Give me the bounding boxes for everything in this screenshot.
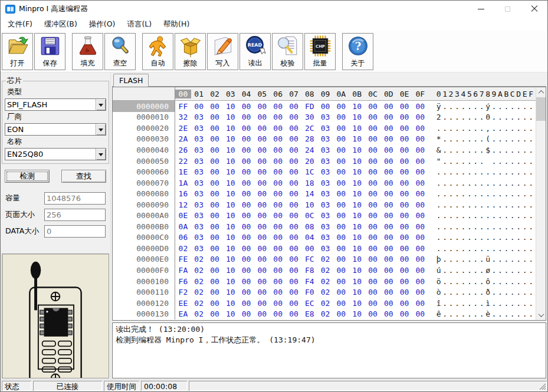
byte-cell[interactable]: 10 — [222, 233, 238, 242]
byte-cell[interactable]: E8 — [301, 309, 317, 318]
verify-button[interactable]: 校验 — [272, 33, 303, 70]
byte-cell[interactable]: 10 — [222, 146, 238, 154]
byte-cell[interactable]: 10 — [349, 299, 365, 308]
resize-grip-icon[interactable] — [539, 383, 546, 390]
byte-cell[interactable]: 10 — [349, 244, 365, 253]
byte-cell[interactable]: 00 — [365, 146, 381, 154]
byte-cell[interactable]: 00 — [333, 102, 349, 111]
ascii-cell[interactable]: ò.......ð....... — [437, 288, 535, 297]
byte-cell[interactable]: 00 — [207, 211, 223, 220]
byte-cell[interactable]: 10 — [222, 299, 238, 308]
byte-cell[interactable]: 00 — [286, 309, 302, 318]
ascii-cell[interactable]: î.......ì....... — [437, 299, 535, 308]
byte-cell[interactable]: 02 — [317, 299, 333, 308]
byte-cell[interactable]: 02 — [317, 309, 333, 318]
byte-cell[interactable]: 00 — [254, 244, 270, 253]
byte-cell[interactable]: 00 — [333, 113, 349, 121]
data-size-field[interactable]: 0 — [44, 225, 106, 238]
byte-cell[interactable]: 00 — [286, 277, 302, 286]
byte-cell[interactable]: 00 — [380, 211, 396, 220]
byte-cell[interactable]: 00 — [207, 277, 223, 286]
byte-cell[interactable]: 00 — [396, 244, 412, 253]
tab-flash[interactable]: FLASH — [113, 74, 149, 87]
byte-cell[interactable]: 00 — [207, 124, 223, 133]
byte-cell[interactable]: 00 — [254, 266, 270, 275]
byte-cell[interactable]: 00 — [270, 277, 286, 286]
byte-cell[interactable]: 02 — [191, 299, 207, 308]
byte-cell[interactable]: 00 — [412, 189, 428, 198]
byte-cell[interactable]: EC — [301, 299, 317, 308]
erase-button[interactable]: 擦除 — [175, 33, 206, 70]
scrollbar-track[interactable] — [536, 121, 546, 310]
byte-cell[interactable]: 00 — [365, 299, 381, 308]
scroll-down-button[interactable] — [536, 310, 546, 320]
byte-cell[interactable]: 00 — [286, 146, 302, 154]
about-button[interactable]: ?关于 — [342, 33, 373, 70]
byte-cell[interactable]: 00 — [365, 266, 381, 275]
byte-cell[interactable]: 00 — [254, 124, 270, 133]
byte-cell[interactable]: 00 — [238, 309, 254, 318]
byte-cell[interactable]: 00 — [254, 200, 270, 209]
byte-cell[interactable]: 00 — [270, 134, 286, 143]
byte-cell[interactable]: 10 — [222, 102, 238, 111]
close-button[interactable] — [521, 1, 547, 17]
capacity-field[interactable]: 1048576 — [44, 192, 106, 205]
byte-cell[interactable]: 03 — [317, 179, 333, 187]
byte-cell[interactable]: 00 — [333, 266, 349, 275]
byte-cell[interactable]: 00 — [333, 255, 349, 263]
byte-cell[interactable]: 00 — [333, 309, 349, 318]
byte-cell[interactable]: 00 — [254, 299, 270, 308]
byte-cell[interactable]: 10 — [349, 134, 365, 143]
byte-cell[interactable]: 00 — [380, 255, 396, 263]
byte-cell[interactable]: 10 — [222, 222, 238, 231]
byte-cell[interactable]: 00 — [254, 102, 270, 111]
minimize-button[interactable] — [468, 1, 494, 17]
byte-cell[interactable]: 00 — [380, 179, 396, 187]
byte-cell[interactable]: 00 — [396, 266, 412, 275]
byte-cell[interactable]: 00 — [238, 179, 254, 187]
byte-cell[interactable]: 10 — [349, 277, 365, 286]
byte-cell[interactable]: 03 — [191, 211, 207, 220]
byte-cell[interactable]: 00 — [333, 233, 349, 242]
byte-cell[interactable]: 2E — [175, 124, 191, 133]
byte-cell[interactable]: 00 — [286, 255, 302, 263]
byte-cell[interactable]: 00 — [412, 277, 428, 286]
byte-cell[interactable]: 00 — [380, 189, 396, 198]
byte-cell[interactable]: 00 — [238, 134, 254, 143]
open-button[interactable]: 打开 — [2, 33, 33, 70]
byte-cell[interactable]: 00 — [365, 211, 381, 220]
byte-cell[interactable]: 16 — [175, 189, 191, 198]
byte-cell[interactable]: 00 — [254, 189, 270, 198]
byte-cell[interactable]: 30 — [301, 113, 317, 121]
byte-cell[interactable]: 10 — [301, 200, 317, 209]
byte-cell[interactable]: 00 — [333, 167, 349, 176]
byte-cell[interactable]: 10 — [349, 309, 365, 318]
byte-cell[interactable]: 10 — [349, 113, 365, 121]
ascii-cell[interactable]: *.......(....... — [437, 134, 535, 143]
byte-cell[interactable]: 10 — [222, 124, 238, 133]
byte-cell[interactable]: 03 — [191, 189, 207, 198]
byte-cell[interactable]: 00 — [270, 113, 286, 121]
batch-button[interactable]: CHP批量 — [304, 33, 336, 70]
byte-cell[interactable]: 00 — [380, 222, 396, 231]
byte-cell[interactable]: 00 — [238, 124, 254, 133]
byte-cell[interactable]: 00 — [207, 200, 223, 209]
byte-cell[interactable]: 00 — [396, 200, 412, 209]
byte-cell[interactable]: F6 — [175, 277, 191, 286]
byte-cell[interactable]: 00 — [254, 113, 270, 121]
byte-cell[interactable]: 00 — [365, 255, 381, 263]
byte-cell[interactable]: 00 — [207, 113, 223, 121]
byte-cell[interactable]: 00 — [380, 113, 396, 121]
byte-cell[interactable]: 03 — [191, 124, 207, 133]
byte-cell[interactable]: 00 — [412, 167, 428, 176]
byte-cell[interactable]: 10 — [222, 309, 238, 318]
byte-cell[interactable]: 00 — [365, 244, 381, 253]
byte-cell[interactable]: 00 — [270, 200, 286, 209]
byte-cell[interactable]: 00 — [238, 146, 254, 154]
ascii-cell[interactable]: ................ — [437, 200, 535, 209]
byte-cell[interactable]: 00 — [380, 200, 396, 209]
byte-cell[interactable]: 18 — [301, 179, 317, 187]
byte-cell[interactable]: 00 — [238, 167, 254, 176]
menu-item[interactable]: 操作(O) — [83, 17, 122, 32]
byte-cell[interactable]: 02 — [191, 309, 207, 318]
